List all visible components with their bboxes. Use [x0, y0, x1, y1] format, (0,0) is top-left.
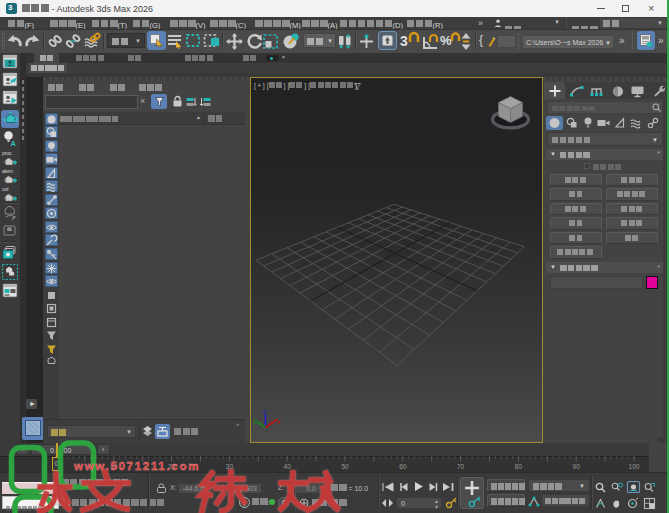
svg-text:www.5071211.com: www.5071211.com: [73, 460, 200, 472]
